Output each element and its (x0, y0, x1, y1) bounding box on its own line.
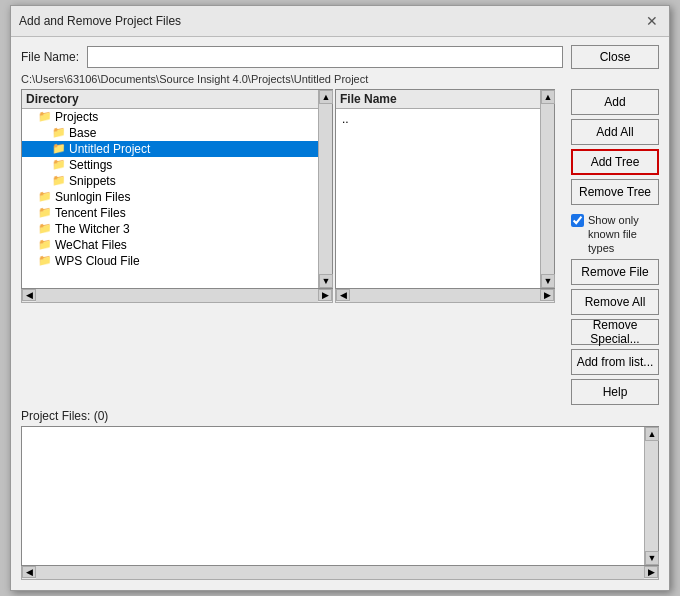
add-all-button[interactable]: Add All (571, 119, 659, 145)
tree-item[interactable]: 📁Untitled Project (22, 141, 318, 157)
pf-scroll-right[interactable]: ▶ (644, 566, 658, 578)
tree-item-label: Sunlogin Files (55, 190, 130, 204)
add-tree-button[interactable]: Add Tree (571, 149, 659, 175)
dialog-body: File Name: Close C:\Users\63106\Document… (11, 37, 669, 591)
tree-item[interactable]: 📁Tencent Files (22, 205, 318, 221)
main-panels-row: Directory 📁Projects📁Base📁Untitled Projec… (21, 89, 659, 406)
tree-item[interactable]: 📁Projects (22, 109, 318, 125)
title-bar: Add and Remove Project Files ✕ (11, 6, 669, 37)
file-name-input[interactable] (87, 46, 563, 68)
add-button[interactable]: Add (571, 89, 659, 115)
file-scrollbar-h[interactable]: ◀ ▶ (335, 289, 555, 303)
folder-icon: 📁 (38, 238, 52, 251)
file-content: File Name .. (336, 90, 540, 288)
folder-icon: 📁 (52, 174, 66, 187)
pf-scroll-down[interactable]: ▼ (645, 551, 659, 565)
dir-tree[interactable]: 📁Projects📁Base📁Untitled Project📁Settings… (22, 109, 318, 285)
title-bar-close-button[interactable]: ✕ (643, 12, 661, 30)
file-name-panel-header: File Name (336, 90, 540, 109)
tree-item-label: Untitled Project (69, 142, 150, 156)
project-files-label: Project Files: (0) (21, 409, 659, 423)
project-files-section: Project Files: (0) ▲ ▼ ◀ ▶ (21, 409, 659, 580)
tree-item[interactable]: 📁The Witcher 3 (22, 221, 318, 237)
file-h-track (350, 289, 540, 302)
folder-icon: 📁 (38, 110, 52, 123)
remove-special-button[interactable]: Remove Special... (571, 319, 659, 345)
dir-panel-header: Directory (22, 90, 318, 109)
tree-item-label: Projects (55, 110, 98, 124)
help-button[interactable]: Help (571, 379, 659, 405)
file-scrollbar-v[interactable]: ▲ ▼ (540, 90, 554, 288)
file-scroll-track (541, 104, 554, 274)
remove-file-button[interactable]: Remove File (571, 259, 659, 285)
project-files-panel: ▲ ▼ (21, 426, 659, 566)
folder-icon: 📁 (38, 206, 52, 219)
pf-scroll-left[interactable]: ◀ (22, 566, 36, 578)
path-label: C:\Users\63106\Documents\Source Insight … (21, 73, 659, 85)
file-scroll-left[interactable]: ◀ (336, 289, 350, 301)
folder-icon: 📁 (52, 142, 66, 155)
pf-scroll-track (645, 441, 658, 551)
dir-h-track (36, 289, 318, 302)
left-section: Directory 📁Projects📁Base📁Untitled Projec… (21, 89, 555, 406)
tree-item-label: Settings (69, 158, 112, 172)
dir-scroll-right[interactable]: ▶ (318, 289, 332, 301)
tree-item-label: The Witcher 3 (55, 222, 130, 236)
tree-item[interactable]: 📁WPS Cloud File (22, 253, 318, 269)
file-panel-body[interactable]: .. (336, 109, 540, 285)
folder-icon: 📁 (52, 158, 66, 171)
tree-item-label: Tencent Files (55, 206, 126, 220)
folder-icon: 📁 (38, 222, 52, 235)
project-files-body[interactable] (22, 427, 644, 565)
dir-tree-container: Directory 📁Projects📁Base📁Untitled Projec… (22, 90, 318, 288)
dir-panel-inner: Directory 📁Projects📁Base📁Untitled Projec… (21, 89, 333, 289)
right-buttons: Add Add All Add Tree Remove Tree Show on… (571, 89, 659, 406)
dir-scrollbar-h[interactable]: ◀ ▶ (21, 289, 333, 303)
show-only-known-checkbox[interactable] (571, 214, 584, 227)
folder-icon: 📁 (38, 254, 52, 267)
file-scroll-up[interactable]: ▲ (541, 90, 555, 104)
tree-item-label: Snippets (69, 174, 116, 188)
pf-scroll-up[interactable]: ▲ (645, 427, 659, 441)
tree-item[interactable]: 📁Settings (22, 157, 318, 173)
tree-item[interactable]: 📁Snippets (22, 173, 318, 189)
tree-item-label: Base (69, 126, 96, 140)
file-name-row: File Name: Close (21, 45, 659, 69)
dialog: Add and Remove Project Files ✕ File Name… (10, 5, 670, 592)
close-button[interactable]: Close (571, 45, 659, 69)
file-scroll-right[interactable]: ▶ (540, 289, 554, 301)
dir-scroll-down[interactable]: ▼ (319, 274, 333, 288)
file-name-panel-outer: File Name .. ▲ ▼ (335, 89, 555, 303)
dir-scroll-track (319, 104, 332, 274)
pf-scrollbar-v[interactable]: ▲ ▼ (644, 427, 658, 565)
tree-item[interactable]: 📁Sunlogin Files (22, 189, 318, 205)
dir-panel-outer: Directory 📁Projects📁Base📁Untitled Projec… (21, 89, 333, 303)
project-files-panel-outer: ▲ ▼ ◀ ▶ (21, 426, 659, 580)
top-panels: Directory 📁Projects📁Base📁Untitled Projec… (21, 89, 555, 303)
show-only-known-label: Show only known file types (588, 213, 659, 256)
pf-h-track (36, 566, 644, 579)
dir-scroll-up[interactable]: ▲ (319, 90, 333, 104)
dir-scrollbar-v[interactable]: ▲ ▼ (318, 90, 332, 288)
tree-item[interactable]: 📁Base (22, 125, 318, 141)
tree-item[interactable]: 📁WeChat Files (22, 237, 318, 253)
file-scroll-down[interactable]: ▼ (541, 274, 555, 288)
add-from-list-button[interactable]: Add from list... (571, 349, 659, 375)
remove-tree-button[interactable]: Remove Tree (571, 179, 659, 205)
remove-all-button[interactable]: Remove All (571, 289, 659, 315)
file-item-dotdot[interactable]: .. (338, 111, 538, 127)
dir-scroll-left[interactable]: ◀ (22, 289, 36, 301)
show-only-known-row: Show only known file types (571, 213, 659, 256)
file-name-panel-inner: File Name .. ▲ ▼ (335, 89, 555, 289)
pf-scrollbar-h[interactable]: ◀ ▶ (21, 566, 659, 580)
folder-icon: 📁 (38, 190, 52, 203)
dialog-title: Add and Remove Project Files (19, 14, 181, 28)
tree-item-label: WeChat Files (55, 238, 127, 252)
file-name-label: File Name: (21, 50, 79, 64)
folder-icon: 📁 (52, 126, 66, 139)
tree-item-label: WPS Cloud File (55, 254, 140, 268)
